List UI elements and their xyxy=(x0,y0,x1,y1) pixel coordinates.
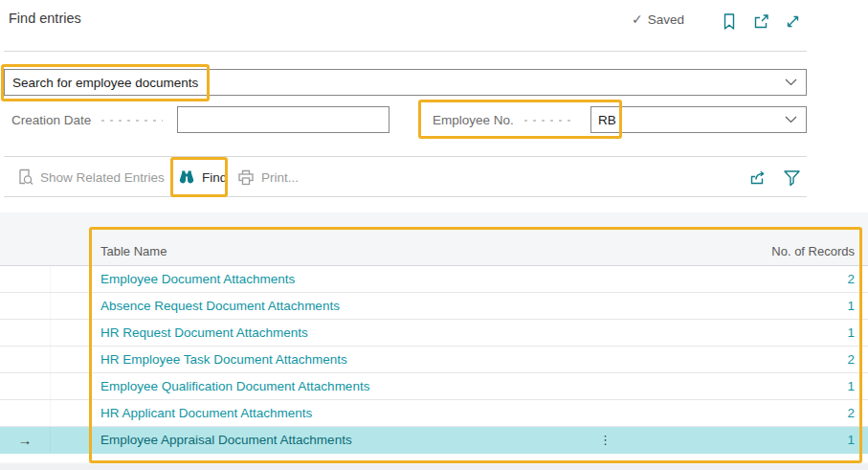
no-of-records-cell[interactable]: 1 xyxy=(711,325,868,340)
no-of-records-cell[interactable]: 1 xyxy=(711,433,868,447)
find-binoculars-icon xyxy=(178,169,195,185)
row-selection-gutter[interactable] xyxy=(0,347,51,372)
filter-icon[interactable] xyxy=(781,168,802,189)
table-name-cell[interactable]: Employee Appraisal Document Attachments xyxy=(51,433,711,447)
chevron-down-icon[interactable] xyxy=(785,116,806,123)
row-selection-gutter[interactable] xyxy=(0,320,51,346)
print-label: Print... xyxy=(261,170,299,185)
header-divider xyxy=(4,51,807,52)
table-body: Employee Document Attachments2Absence Re… xyxy=(0,266,868,454)
find-label: Find xyxy=(202,170,227,185)
no-of-records-cell[interactable]: 2 xyxy=(711,272,868,286)
open-in-window-icon[interactable] xyxy=(750,11,771,32)
table-header-row: Table Name No. of Records xyxy=(0,213,868,266)
creation-date-field[interactable] xyxy=(177,106,389,133)
table-row[interactable]: Employee Document Attachments2 xyxy=(0,266,868,293)
table-row[interactable]: →Employee Appraisal Document Attachments… xyxy=(0,427,868,454)
save-status: ✓ Saved xyxy=(632,11,684,27)
table-row[interactable]: HR Request Document Attachments1 xyxy=(0,320,868,347)
creation-date-label-row: Creation Date xyxy=(11,106,170,133)
bottom-strip xyxy=(0,464,868,470)
table-row[interactable]: HR Applicant Document Attachments2 xyxy=(0,400,868,427)
table-name-cell[interactable]: HR Applicant Document Attachments xyxy=(51,406,711,420)
related-entries-icon xyxy=(17,168,33,186)
row-selection-gutter[interactable] xyxy=(0,373,51,399)
show-related-entries-label: Show Related Entries xyxy=(40,170,165,185)
toolbar-top-divider xyxy=(4,156,807,157)
column-header-table-name[interactable]: Table Name xyxy=(100,244,167,258)
no-of-records-cell[interactable]: 1 xyxy=(711,379,868,393)
search-input-value: Search for employee documents xyxy=(5,76,785,90)
row-selection-gutter[interactable] xyxy=(0,266,51,292)
table-name-cell[interactable]: HR Request Document Attachments xyxy=(51,325,711,340)
expand-icon[interactable] xyxy=(782,11,803,32)
row-selection-gutter[interactable] xyxy=(0,400,51,426)
table-row[interactable]: Employee Qualification Document Attachme… xyxy=(0,373,868,400)
table-row[interactable]: HR Employee Task Document Attachments2 xyxy=(0,347,868,373)
chevron-down-icon[interactable] xyxy=(785,78,806,86)
employee-no-value: RB xyxy=(598,113,785,127)
row-ellipsis-icon[interactable]: ⋮ xyxy=(599,427,612,453)
show-related-entries-button[interactable]: Show Related Entries xyxy=(17,167,165,188)
table-footer-space xyxy=(0,454,868,462)
results-table: Table Name No. of Records Employee Docum… xyxy=(0,213,868,470)
share-icon[interactable] xyxy=(747,167,768,188)
no-of-records-cell[interactable]: 1 xyxy=(711,299,868,313)
no-of-records-cell[interactable]: 2 xyxy=(711,352,868,367)
selected-row-arrow-icon: → xyxy=(18,432,33,448)
check-icon: ✓ xyxy=(632,11,643,27)
save-status-label: Saved xyxy=(648,12,684,27)
row-selection-gutter[interactable] xyxy=(0,293,51,319)
search-input[interactable]: Search for employee documents xyxy=(4,69,807,96)
find-entries-page: Find entries ✓ Saved Search for employee… xyxy=(0,0,868,470)
table-name-cell[interactable]: Employee Qualification Document Attachme… xyxy=(51,379,711,393)
table-name-cell[interactable]: HR Employee Task Document Attachments xyxy=(51,352,711,367)
dotted-leader xyxy=(522,119,576,123)
employee-no-label: Employee No. xyxy=(433,113,514,127)
table-name-cell[interactable]: Absence Request Document Attachments xyxy=(51,299,711,313)
dotted-leader xyxy=(99,119,163,123)
print-button[interactable]: Print... xyxy=(237,167,299,188)
toolbar-bottom-divider xyxy=(4,196,807,197)
employee-no-field[interactable]: RB xyxy=(590,106,807,133)
table-row[interactable]: Absence Request Document Attachments1 xyxy=(0,293,868,320)
employee-no-label-row: Employee No. xyxy=(433,106,584,133)
table-name-cell[interactable]: Employee Document Attachments xyxy=(51,272,711,286)
find-button[interactable]: Find xyxy=(178,167,227,188)
print-icon xyxy=(237,169,255,186)
no-of-records-cell[interactable]: 2 xyxy=(711,406,868,420)
creation-date-label: Creation Date xyxy=(11,113,91,127)
column-header-no-of-records[interactable]: No. of Records xyxy=(771,244,855,258)
row-selection-gutter[interactable]: → xyxy=(0,427,51,453)
bookmark-icon[interactable] xyxy=(719,11,740,32)
page-title: Find entries xyxy=(9,11,81,26)
